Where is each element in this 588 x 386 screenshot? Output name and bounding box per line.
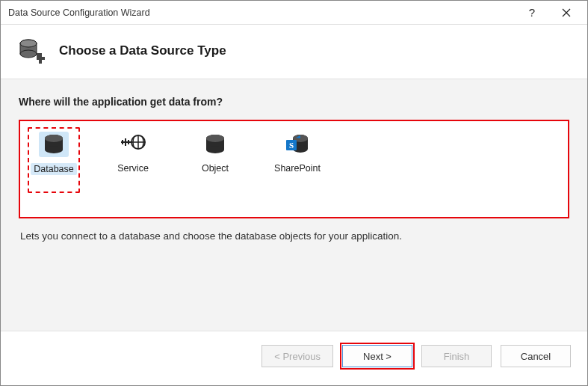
- object-icon: [200, 132, 230, 157]
- prompt-text: Where will the application get data from…: [19, 96, 569, 108]
- svg-text:S: S: [289, 141, 294, 150]
- titlebar: Data Source Configuration Wizard ?: [1, 1, 587, 25]
- option-label: Service: [117, 163, 149, 174]
- svg-point-9: [45, 135, 63, 142]
- option-service[interactable]: Service: [107, 132, 159, 190]
- help-button[interactable]: ?: [522, 2, 542, 23]
- option-label: SharePoint: [274, 163, 321, 174]
- service-icon: [118, 132, 148, 157]
- page-heading: Choose a Data Source Type: [59, 43, 226, 58]
- option-description: Lets you connect to a database and choos…: [19, 218, 569, 242]
- svg-point-4: [20, 50, 37, 58]
- content-area: Where will the application get data from…: [1, 79, 587, 331]
- cancel-button[interactable]: Cancel: [501, 345, 571, 367]
- svg-point-8: [45, 146, 63, 153]
- window-controls: ?: [522, 2, 581, 23]
- finish-button: Finish: [421, 345, 492, 367]
- help-icon: ?: [529, 6, 535, 19]
- option-database[interactable]: Database: [28, 127, 80, 193]
- option-label: Object: [202, 163, 229, 174]
- wizard-footer: < Previous Next > Finish Cancel: [1, 331, 587, 385]
- svg-point-19: [206, 146, 224, 153]
- svg-point-5: [20, 40, 37, 47]
- datasource-header-icon: [17, 37, 46, 65]
- option-object[interactable]: Object: [189, 132, 241, 190]
- database-icon: [39, 132, 69, 157]
- wizard-header: Choose a Data Source Type: [1, 25, 587, 79]
- sharepoint-icon: S: [282, 132, 312, 157]
- option-sharepoint[interactable]: S SharePoint: [271, 132, 324, 190]
- previous-button: < Previous: [261, 345, 333, 367]
- option-label: Database: [31, 163, 77, 175]
- close-icon: [562, 8, 571, 17]
- window-title: Data Source Configuration Wizard: [8, 7, 522, 18]
- datasource-options: Database Service: [19, 120, 569, 218]
- next-button[interactable]: Next >: [342, 345, 412, 367]
- svg-point-20: [206, 135, 224, 142]
- close-button[interactable]: [556, 2, 577, 23]
- wizard-window: Data Source Configuration Wizard ? Choos…: [0, 0, 588, 386]
